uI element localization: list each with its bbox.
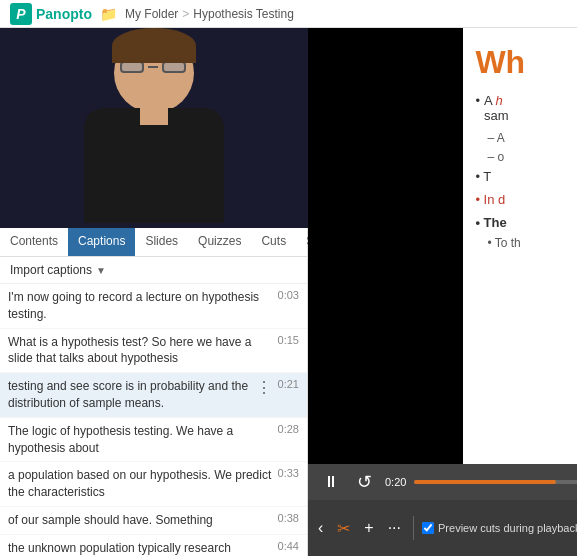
divider: [413, 516, 414, 540]
timeline-bar: ‹ ✂ + ··· Preview cuts during playback 0…: [308, 500, 577, 556]
slide-area: Wh • A hsam – A – o • T • In d • The • T…: [308, 28, 577, 464]
video-player: [0, 28, 308, 228]
folder-label: My Folder: [125, 7, 178, 21]
slide-container: Wh • A hsam – A – o • T • In d • The • T…: [308, 28, 577, 464]
dropdown-arrow-icon: ▼: [96, 265, 106, 276]
caption-text: What is a hypothesis test? So here we ha…: [8, 334, 272, 368]
hair: [112, 28, 196, 63]
sidebar-nav: Contents Captions Slides Quizzes Cuts St…: [0, 228, 307, 257]
slide-highlight: h: [496, 93, 503, 108]
video-bg: [0, 28, 308, 228]
slide-bullets-list: • A hsam – A – o • T • In d • The • To t…: [475, 93, 577, 250]
sidebar-item-contents[interactable]: Contents: [0, 228, 68, 256]
preview-checkbox-wrap: Preview cuts during playback: [422, 522, 577, 534]
caption-text: I'm now going to record a lecture on hyp…: [8, 289, 272, 323]
caption-time: 0:38: [278, 512, 299, 524]
caption-item[interactable]: I'm now going to record a lecture on hyp…: [0, 284, 307, 329]
main-layout: Contents Captions Slides Quizzes Cuts St…: [0, 28, 577, 556]
panopto-logo: P Panopto: [10, 3, 92, 25]
black-area: [308, 28, 463, 464]
caption-item[interactable]: the unknown population typically researc…: [0, 535, 307, 556]
folder-icon: 📁: [100, 6, 117, 22]
caption-time: 0:15: [278, 334, 299, 346]
caption-text: the unknown population typically researc…: [8, 540, 272, 556]
breadcrumb-separator: >: [182, 7, 189, 21]
slide-bullet-2b: – o: [475, 150, 577, 164]
slide-white-area: Wh • A hsam – A – o • T • In d • The • T…: [463, 28, 577, 464]
import-captions-label: Import captions: [10, 263, 92, 277]
caption-item[interactable]: of our sample should have. Something 0:3…: [0, 507, 307, 535]
logo-icon: P: [10, 3, 32, 25]
timeline-nav-left[interactable]: ‹: [314, 517, 327, 539]
add-button[interactable]: +: [360, 517, 377, 539]
caption-time: 0:28: [278, 423, 299, 435]
neck: [140, 105, 168, 125]
left-panel: Contents Captions Slides Quizzes Cuts St…: [0, 28, 308, 556]
breadcrumb: My Folder > Hypothesis Testing: [125, 7, 294, 21]
slide-bullet-1: • A hsam: [475, 93, 577, 123]
captions-panel[interactable]: I'm now going to record a lecture on hyp…: [0, 284, 307, 556]
progress-bar[interactable]: [414, 480, 577, 484]
slide-bullet-5a: • To th: [475, 236, 577, 250]
caption-text: The logic of hypothesis testing. We have…: [8, 423, 272, 457]
body: [84, 108, 224, 223]
rewind-button[interactable]: ↺: [352, 469, 377, 495]
caption-time: 0:44: [278, 540, 299, 552]
sidebar-item-quizzes[interactable]: Quizzes: [188, 228, 251, 256]
slide-display: Wh • A hsam – A – o • T • In d • The • T…: [308, 28, 577, 464]
sidebar-item-captions[interactable]: Captions: [68, 228, 135, 256]
caption-text: a population based on our hypothesis. We…: [8, 467, 272, 501]
caption-item-active[interactable]: testing and see score is in probability …: [0, 373, 307, 418]
person-figure: [54, 33, 254, 223]
progress-fill: [414, 480, 555, 484]
logo-text: Panopto: [36, 6, 92, 22]
preview-cuts-checkbox[interactable]: [422, 522, 434, 534]
caption-time: 0:33: [278, 467, 299, 479]
caption-text: of our sample should have. Something: [8, 512, 272, 529]
current-time: 0:20: [385, 476, 406, 488]
page-title: Hypothesis Testing: [193, 7, 294, 21]
controls-bar: ⏸ ↺ 0:20: [308, 464, 577, 500]
slide-title-text: Wh: [475, 44, 577, 81]
caption-time: 0:21: [278, 378, 299, 390]
preview-cuts-label[interactable]: Preview cuts during playback: [438, 522, 577, 534]
caption-time: 0:03: [278, 289, 299, 301]
more-options-button[interactable]: ···: [384, 517, 405, 539]
sidebar-item-slides[interactable]: Slides: [135, 228, 188, 256]
caption-item[interactable]: a population based on our hypothesis. We…: [0, 462, 307, 507]
caption-text: testing and see score is in probability …: [8, 378, 252, 412]
video-area: [0, 28, 308, 228]
slide-bullet-2a: – A: [475, 131, 577, 145]
slide-bullet-4: • In d: [475, 192, 577, 207]
slide-bullet-3: • T: [475, 169, 577, 184]
caption-menu-icon[interactable]: ⋮: [256, 378, 272, 397]
right-panel: Wh • A hsam – A – o • T • In d • The • T…: [308, 28, 577, 556]
caption-item[interactable]: What is a hypothesis test? So here we ha…: [0, 329, 307, 374]
slide-bullet-5: • The: [475, 215, 577, 230]
topbar: P Panopto 📁 My Folder > Hypothesis Testi…: [0, 0, 577, 28]
play-pause-button[interactable]: ⏸: [318, 471, 344, 493]
cut-tool-button[interactable]: ✂: [333, 517, 354, 540]
captions-header[interactable]: Import captions ▼: [0, 257, 307, 284]
caption-item[interactable]: The logic of hypothesis testing. We have…: [0, 418, 307, 463]
sidebar-item-cuts[interactable]: Cuts: [251, 228, 296, 256]
